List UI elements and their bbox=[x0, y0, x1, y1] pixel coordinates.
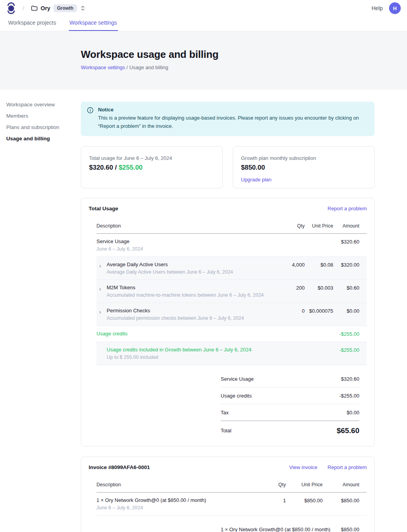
total-usage-summary-card: Total usage for June 6 – July 6, 2024 $3… bbox=[81, 146, 223, 188]
summary-value: -$255.00 bbox=[339, 393, 359, 399]
table-row-usage-credits-included: Usage credits included in Growth between… bbox=[96, 342, 367, 365]
page-header: Workspace usage and billing Workspace se… bbox=[0, 31, 407, 90]
row-qty: 200 bbox=[273, 285, 305, 291]
row-subtitle: June 6 – July 6, 2024 bbox=[96, 246, 273, 252]
table-row-m2m-tokens: › M2M Tokens Accumulated machine-to-mach… bbox=[96, 280, 367, 303]
help-link[interactable]: Help bbox=[371, 5, 383, 11]
invoice-table-header: Description Qty Unit Price Amount bbox=[96, 478, 367, 493]
col-amount: Amount bbox=[323, 482, 359, 487]
user-avatar[interactable]: H bbox=[389, 2, 401, 14]
col-qty: Qty bbox=[262, 482, 286, 487]
notice-title: Notice bbox=[98, 107, 368, 113]
workspace-switcher[interactable]: Ory Growth bbox=[31, 4, 85, 12]
usage-table: Description Qty Unit Price Amount Servic… bbox=[96, 219, 367, 365]
breadcrumb-workspace-settings-link[interactable]: Workspace settings bbox=[81, 64, 125, 70]
row-unit-price: $0.003 bbox=[305, 285, 333, 291]
total-value: $65.60 bbox=[337, 426, 359, 435]
summary-label: Usage credits bbox=[221, 393, 252, 399]
col-description: Description bbox=[96, 223, 273, 229]
row-unit-price: $0.000075 bbox=[305, 308, 333, 314]
summary-label: Tax bbox=[221, 410, 228, 416]
breadcrumb: Workspace settings / Usage and billing bbox=[81, 64, 407, 70]
info-icon bbox=[87, 107, 93, 131]
usage-summary: Service Usage $320.60 Usage credits -$25… bbox=[221, 371, 359, 437]
invoice-table: Description Qty Unit Price Amount 1 × Or… bbox=[96, 478, 367, 516]
tab-workspace-settings[interactable]: Workspace settings bbox=[69, 16, 118, 31]
row-title: Usage credits bbox=[96, 331, 273, 337]
workspace-name: Ory bbox=[41, 5, 50, 11]
sidebar-item-workspace-overview[interactable]: Workspace overview bbox=[6, 102, 81, 107]
total-label: Total bbox=[221, 428, 231, 433]
table-row-usage-credits: Usage credits -$255.00 bbox=[96, 326, 367, 342]
summary-value: $850.00 bbox=[341, 527, 359, 532]
view-invoice-link[interactable]: View invoice bbox=[289, 464, 318, 470]
sidebar-item-members[interactable]: Members bbox=[6, 113, 81, 119]
summary-row-tax: Tax $0.00 bbox=[221, 404, 359, 421]
row-amount: $0.00 bbox=[333, 308, 359, 314]
sidebar-item-plans-and-subscription[interactable]: Plans and subscription bbox=[6, 124, 81, 130]
table-row-growth-plan: 1 × Ory Network Growth@0 (at $850.00 / m… bbox=[96, 493, 367, 516]
folder-icon bbox=[31, 5, 37, 11]
chevron-right-icon[interactable]: › bbox=[96, 285, 107, 292]
row-amount: -$255.00 bbox=[333, 331, 359, 337]
row-amount: $320.00 bbox=[333, 262, 359, 268]
col-unit-price: Unit Price bbox=[286, 482, 323, 487]
tab-workspace-projects[interactable]: Workspace projects bbox=[7, 16, 57, 31]
row-title: Usage credits included in Growth between… bbox=[107, 347, 273, 353]
invoice-summary: 1 × Ory Network Growth@0 (at $850.00 / m… bbox=[221, 521, 359, 532]
report-problem-link[interactable]: Report a problem bbox=[328, 464, 367, 470]
usage-table-header: Description Qty Unit Price Amount bbox=[96, 219, 367, 234]
summary-value: $0.00 bbox=[346, 410, 359, 416]
col-amount: Amount bbox=[333, 223, 359, 229]
summary-label: 1 × Ory Network Growth@0 (at $850.00 / m… bbox=[221, 527, 330, 532]
subscription-summary-card: Growth plan monthly subscription $850.00… bbox=[233, 146, 375, 188]
sidebar-item-usage-and-billing[interactable]: Usage and billing bbox=[6, 136, 81, 142]
chevron-updown-icon[interactable] bbox=[81, 5, 85, 11]
top-bar: / Ory Growth Help H bbox=[0, 0, 407, 16]
row-subtitle: Average Daily Active Users between June … bbox=[107, 269, 273, 275]
subscription-label: Growth plan monthly subscription bbox=[241, 155, 366, 161]
row-qty: 0 bbox=[273, 308, 305, 314]
settings-sidebar: Workspace overview Members Plans and sub… bbox=[0, 102, 81, 532]
row-title: Average Daily Active Users bbox=[107, 262, 273, 267]
row-amount: $850.00 bbox=[323, 497, 359, 503]
row-qty: 4,000 bbox=[273, 262, 305, 268]
row-title: Service Usage bbox=[96, 238, 273, 244]
summary-row-growth-plan: 1 × Ory Network Growth@0 (at $850.00 / m… bbox=[221, 521, 359, 532]
ory-logo-icon[interactable] bbox=[6, 2, 16, 14]
row-subtitle: June 6 – July 6, 2024 bbox=[96, 505, 262, 511]
page-title: Workspace usage and billing bbox=[81, 48, 407, 61]
main-content: Notice This is a preview feature for dis… bbox=[81, 102, 375, 532]
notice-body: This is a preview feature for displaying… bbox=[98, 114, 368, 131]
col-qty: Qty bbox=[273, 223, 305, 229]
table-row-permission-checks: › Permission Checks Accumulated permissi… bbox=[96, 303, 367, 326]
col-unit-price: Unit Price bbox=[305, 223, 333, 229]
col-description: Description bbox=[96, 482, 262, 487]
row-unit-price: $0.08 bbox=[305, 262, 333, 268]
row-title: M2M Tokens bbox=[107, 285, 273, 290]
summary-total-row: Total $65.60 bbox=[221, 421, 359, 437]
workspace-tabs: Workspace projects Workspace settings bbox=[0, 16, 407, 31]
row-unit-price: $850.00 bbox=[286, 497, 323, 503]
preview-notice: Notice This is a preview feature for dis… bbox=[81, 102, 375, 136]
row-title: Permission Checks bbox=[107, 308, 273, 313]
summary-value: $320.60 bbox=[341, 376, 359, 382]
chevron-right-icon[interactable]: › bbox=[96, 308, 107, 315]
report-problem-link[interactable]: Report a problem bbox=[328, 206, 367, 211]
total-usage-label: Total usage for June 6 – July 6, 2024 bbox=[89, 155, 214, 161]
table-row-service-usage: Service Usage June 6 – July 6, 2024 $320… bbox=[96, 234, 367, 257]
row-subtitle: Accumulated permission checks between Ju… bbox=[107, 315, 273, 321]
breadcrumb-separator: / bbox=[23, 5, 24, 11]
chevron-right-icon[interactable]: › bbox=[96, 262, 107, 269]
row-amount: $320.60 bbox=[333, 238, 359, 245]
subscription-amount: $850.00 bbox=[241, 164, 366, 172]
upgrade-plan-link[interactable]: Upgrade plan bbox=[241, 177, 271, 183]
row-subtitle: Up to $ 255.00 included bbox=[107, 355, 273, 360]
row-title: 1 × Ory Network Growth@0 (at $850.00 / m… bbox=[96, 497, 262, 503]
usage-card-title: Total Usage bbox=[89, 206, 118, 211]
usage-credit-amount: $255.00 bbox=[119, 164, 143, 171]
invoice-title: Invoice #8099AFA6-0001 bbox=[89, 464, 150, 470]
breadcrumb-current: Usage and billing bbox=[129, 64, 168, 70]
row-qty: 1 bbox=[262, 497, 286, 503]
row-amount: -$255.00 bbox=[333, 347, 359, 353]
